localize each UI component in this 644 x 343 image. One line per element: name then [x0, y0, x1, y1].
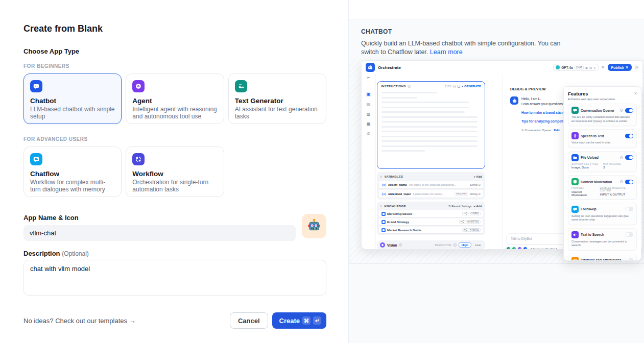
char-count: 2182 — [445, 85, 451, 88]
app-type-card-agent[interactable]: Agent Intelligent agent with reasoning a… — [126, 74, 224, 124]
add-knowledge-button[interactable]: + Add — [473, 205, 482, 208]
chat-bubble-icon — [571, 107, 579, 114]
model-params-icon: ◉ — [585, 66, 588, 69]
rerank-settings-button[interactable]: ⇅ Rerank Settings — [448, 205, 471, 208]
instructions-panel: INSTRUCTIONS i 2182 {x} ⋆ GENERATE — [377, 81, 485, 169]
history-clock-icon[interactable]: ◷ — [635, 65, 638, 70]
feature-item-follow-up: Follow-up Setting up next questions sugg… — [568, 203, 637, 225]
resolution-label: RESOLUTION — [435, 244, 451, 247]
preview-description: Quickly build an LLM-based chatbot with … — [361, 39, 561, 57]
copy-icon[interactable] — [458, 85, 460, 88]
shield-icon — [571, 178, 579, 185]
chevron-down-icon: ∨ — [626, 65, 628, 69]
sidebar-notes-icon[interactable]: ▦ — [367, 122, 371, 126]
sidebar-globe-icon[interactable]: ◎ — [367, 132, 370, 136]
folder-icon — [571, 154, 579, 161]
sidebar-doc-icon[interactable]: ▥ — [367, 112, 371, 116]
knowledge-row[interactable]: Market Research Guide HQ · HYBRID — [379, 227, 483, 233]
feature-item-speech-to-text: Speech to Text Voice input can be used i… — [568, 129, 637, 148]
shot-sidebar: ⇄ ▣ ▤ ▥ ▦ ◎ — [362, 74, 376, 250]
variable-row[interactable]: {x} expert_name The name of the strategi… — [379, 181, 483, 188]
knowledge-panel: ∨ KNOWLEDGE ⇅ Rerank Settings + Add Mark… — [377, 202, 485, 235]
app-icon-picker[interactable] — [302, 214, 326, 238]
chatflow-icon — [30, 153, 42, 165]
feature-item-citations: Citations and Attributions Show source d… — [568, 254, 637, 261]
variables-title: VARIABLES — [384, 175, 403, 178]
shot-header: Orchestrate GPT-4o CHAT ◉ ◍ ∨ ⇅ Publish∨ — [362, 61, 642, 74]
publish-button[interactable]: Publish∨ — [608, 64, 632, 71]
features-enabled-label: 4 Features Enabled — [530, 248, 557, 250]
description-section: Description (Optional) chat with vllm mo… — [23, 250, 326, 298]
description-textarea[interactable]: chat with vllm model — [23, 260, 326, 296]
info-icon: i — [620, 156, 623, 159]
app-name-label: App Name & Icon — [23, 214, 326, 222]
app-type-card-chatflow[interactable]: Chatflow Workflow for complex multi-turn… — [23, 146, 122, 197]
info-icon: i — [454, 243, 457, 247]
document-icon — [381, 212, 386, 216]
templates-link[interactable]: No ideas? Check out our templates → — [23, 317, 136, 325]
toggle-on[interactable] — [625, 134, 633, 138]
feature-dot-purple — [517, 247, 522, 250]
add-variable-button[interactable]: + Add — [473, 175, 482, 178]
retrieval-tag: HQ · HYBRID — [462, 212, 481, 215]
debug-preview-title: DEBUG & PREVIEW — [510, 87, 546, 91]
app-type-card-chatbot[interactable]: Chatbot LLM-based chatbot with simple se… — [23, 74, 122, 124]
card-desc: AI assistant for text generation tasks — [235, 106, 320, 120]
toggle-off[interactable] — [625, 258, 633, 261]
chevron-down-icon: ∨ — [593, 66, 595, 69]
feature-item-file-upload: File Upload i SUPPORT FILE TYPESImage, D… — [568, 151, 637, 173]
card-desc: LLM-based chatbot with simple setup — [30, 106, 115, 120]
document-icon — [381, 228, 386, 232]
model-selector[interactable]: GPT-4o CHAT ◉ ◍ ∨ — [553, 64, 599, 71]
resolution-low-button[interactable]: Low — [473, 243, 482, 247]
variable-row[interactable]: {x} unrelated_topic A placeholder for to… — [379, 190, 483, 198]
resolution-high-button[interactable]: High — [459, 242, 471, 248]
learn-more-link[interactable]: Learn more — [430, 48, 463, 56]
workflow-icon — [132, 153, 145, 165]
variables-icon: {x} — [452, 85, 456, 88]
card-desc: Intelligent agent with reasoning and aut… — [132, 106, 217, 120]
close-icon[interactable]: × — [634, 91, 637, 96]
knowledge-row[interactable]: Brand Strategy HQ · INVERTED — [379, 218, 483, 225]
preview-hatch-background: Orchestrate GPT-4o CHAT ◉ ◍ ∨ ⇅ Publish∨ — [349, 60, 644, 264]
chevron-down-icon[interactable]: ∨ — [380, 204, 382, 208]
instructions-skeleton — [377, 90, 485, 157]
feature-item-conversation-opener: Conversation Opener i You are an entity … — [568, 104, 637, 126]
chevron-down-icon[interactable]: ∨ — [380, 175, 382, 178]
edit-opener-button[interactable]: Edit — [554, 129, 559, 132]
bot-avatar — [510, 96, 518, 105]
generate-button[interactable]: ⋆ GENERATE — [462, 84, 481, 88]
page-title: Create from Blank — [23, 23, 325, 34]
toggle-off[interactable] — [625, 232, 633, 237]
toggle-on[interactable] — [625, 155, 633, 160]
app-name-input[interactable] — [23, 225, 296, 241]
card-title: Text Generator — [235, 97, 320, 105]
swap-icon[interactable]: ⇄ — [367, 76, 370, 79]
sidebar-image-icon[interactable]: ▤ — [367, 103, 371, 107]
app-type-card-text-generator[interactable]: Text Generator AI assistant for text gen… — [228, 74, 326, 124]
app-type-card-workflow[interactable]: Workflow Orchestration for single-turn a… — [126, 146, 224, 197]
shot-title: Orchestrate — [378, 65, 401, 70]
model-settings-icon: ◍ — [589, 66, 592, 69]
info-icon: i — [620, 180, 623, 183]
chatbot-icon — [30, 80, 42, 92]
toggle-on[interactable] — [625, 180, 633, 184]
info-icon: i — [620, 109, 623, 112]
app-type-preview-pane: CHATBOT Quickly build an LLM-based chatb… — [349, 0, 644, 343]
vision-eye-icon — [380, 242, 385, 248]
toggle-off[interactable] — [625, 207, 633, 211]
card-title: Workflow — [132, 170, 217, 178]
toggle-on[interactable] — [625, 108, 633, 113]
sidebar-orchestrate-icon[interactable]: ▣ — [366, 92, 372, 97]
knowledge-row[interactable]: Marketing Basics HQ · HYBRID — [379, 210, 483, 217]
instructions-toolbar: INSTRUCTIONS i 2182 {x} ⋆ GENERATE — [377, 82, 485, 90]
knowledge-title: KNOWLEDGE — [384, 205, 406, 208]
choose-app-type-label: Choose App Type — [23, 47, 325, 55]
create-button[interactable]: Create ⌘ ↵ — [272, 312, 326, 329]
text-generator-icon — [235, 80, 247, 92]
footer-buttons: Cancel Create ⌘ ↵ — [230, 312, 326, 329]
app-name-section: App Name & Icon — [23, 214, 326, 241]
cmd-key-icon: ⌘ — [302, 316, 311, 325]
cancel-button[interactable]: Cancel — [230, 312, 268, 329]
tune-icon: ⇅ — [602, 65, 605, 69]
